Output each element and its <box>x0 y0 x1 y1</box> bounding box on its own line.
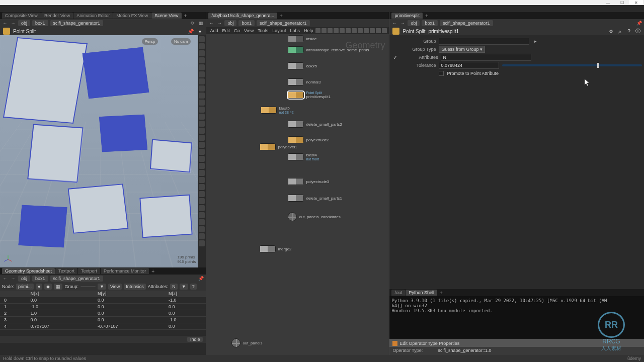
maximize-button[interactable]: ☐ <box>615 0 629 5</box>
points-mode-icon[interactable]: ● <box>36 284 42 290</box>
op-props-header[interactable]: Edit Operator Type Properties <box>389 340 644 347</box>
viewport-tool-23[interactable] <box>199 198 205 204</box>
viewport-tool-21[interactable] <box>199 184 205 190</box>
tolerance-slider[interactable] <box>502 64 642 66</box>
graph-node-color5[interactable]: color5 <box>288 62 317 69</box>
left-tab-2[interactable]: Animation Editor <box>73 13 113 19</box>
graph-node-blast5[interactable]: blast5not 38 42 <box>261 106 293 114</box>
graph-node-polybevel1[interactable]: polybevel1 <box>260 143 297 150</box>
back-icon[interactable]: ← <box>391 20 397 26</box>
path-seg-obj[interactable]: obj <box>18 20 30 26</box>
viewport-tool-1[interactable] <box>199 43 205 49</box>
cam-toggle[interactable]: No cam <box>171 38 191 45</box>
pp-box1[interactable]: box1 <box>422 20 438 26</box>
ss-header[interactable]: N[z] <box>165 291 206 297</box>
left-tab-4[interactable]: Scene View <box>151 13 181 19</box>
filter2-icon[interactable]: ▼ <box>180 284 188 290</box>
viewport-tool-20[interactable] <box>199 177 205 183</box>
tab-add-icon[interactable]: + <box>182 13 189 19</box>
network-toolbar-icon-7[interactable] <box>358 28 363 33</box>
ss-tab-0[interactable]: Geometry Spreadsheet <box>2 268 55 274</box>
path-seg-gen[interactable]: scifi_shape_generator1 <box>50 20 104 26</box>
promote-checkbox[interactable] <box>439 71 444 76</box>
viewport-tool-15[interactable] <box>199 142 205 148</box>
pin-icon[interactable]: 📌 <box>636 20 642 26</box>
back-icon[interactable]: ← <box>2 20 8 26</box>
viewport-tool-11[interactable] <box>199 114 205 120</box>
graph-node-delete_small_parts1[interactable]: delete_small_parts1 <box>288 195 342 202</box>
grouptype-dropdown[interactable]: Guess from Group ▾ <box>439 46 485 53</box>
reload-icon[interactable]: ⟳ <box>190 20 196 26</box>
search-icon[interactable]: ⌕ <box>617 28 623 34</box>
network-toolbar-icon-3[interactable] <box>334 28 339 33</box>
viewport-tool-22[interactable] <box>199 191 205 197</box>
viewport-tool-25[interactable] <box>199 212 205 218</box>
shell-tab-0[interactable]: /out <box>391 290 405 296</box>
net-path-obj[interactable]: obj <box>224 20 236 26</box>
table-row[interactable]: 00.00.0-1.0 <box>0 297 206 304</box>
ss-header[interactable]: N[x] <box>26 291 94 297</box>
graph-node-out_panels[interactable]: out_panels <box>231 338 262 347</box>
intrinsics-dropdown[interactable]: Intrinsics <box>124 284 146 290</box>
viewport-tool-10[interactable] <box>199 107 205 113</box>
table-row[interactable]: 40.707107-0.7071070.0 <box>0 323 206 330</box>
tolerance-input[interactable] <box>439 62 499 69</box>
viewport-tool-8[interactable] <box>199 93 205 99</box>
network-menu-edit[interactable]: Edit <box>220 28 231 33</box>
network-menu-add[interactable]: Add <box>208 28 219 33</box>
render-icon[interactable]: ▦ <box>198 20 204 26</box>
viewport-tool-12[interactable] <box>199 121 205 127</box>
attr-value[interactable]: N <box>170 284 178 290</box>
tab-add-icon[interactable]: + <box>149 268 156 274</box>
ss-header[interactable]: N[y] <box>94 291 165 297</box>
ss-tab-1[interactable]: Textport <box>55 268 77 274</box>
network-toolbar-icon-5[interactable] <box>346 28 351 33</box>
graph-node-merge2[interactable]: merge2 <box>260 245 291 252</box>
ss-path-gen[interactable]: scifi_shape_generator1 <box>50 276 104 282</box>
prims-mode-icon[interactable]: ▦ <box>54 284 62 290</box>
graph-node-polyextrude2[interactable]: polyextrude2 <box>288 136 329 143</box>
viewport-tool-5[interactable] <box>199 71 205 77</box>
graph-node-primitivesplit1[interactable]: Point Splitprimitivesplit1 <box>288 91 330 99</box>
network-graph[interactable]: Geometry insideattribwrangle_remove_some… <box>206 34 389 362</box>
viewport-tool-3[interactable] <box>199 57 205 63</box>
viewport-tool-19[interactable] <box>199 170 205 176</box>
tab-add-icon[interactable]: + <box>438 290 445 296</box>
viewport-tool-17[interactable] <box>199 156 205 162</box>
forward-icon[interactable]: → <box>10 20 16 26</box>
net-path-gen[interactable]: scifi_shape_generator1 <box>257 20 310 26</box>
viewport-tool-16[interactable] <box>199 149 205 155</box>
attributes-input[interactable] <box>441 54 531 61</box>
pin-icon[interactable]: 📌 <box>198 276 204 282</box>
ss-header[interactable] <box>0 291 26 297</box>
network-toolbar-icon-10[interactable] <box>376 28 381 33</box>
persp-toggle[interactable]: Persp <box>142 38 158 45</box>
graph-node-out_panels_candidates[interactable]: out_panels_candidates <box>288 212 340 221</box>
scene-viewport[interactable]: Persp No cam 199 prims 915 points <box>0 35 206 267</box>
tab-add-icon[interactable]: + <box>278 13 285 19</box>
ss-tab-3[interactable]: Performance Monitor <box>101 268 149 274</box>
viewport-tool-7[interactable] <box>199 85 205 92</box>
table-row[interactable]: 1-1.00.00.0 <box>0 304 206 310</box>
left-tab-3[interactable]: Motion FX View <box>113 13 151 19</box>
network-tab[interactable]: /obj/box1/scifi_shape_genera... <box>208 13 277 19</box>
info-icon[interactable]: ⓘ <box>635 28 641 34</box>
table-row[interactable]: 30.00.0-1.0 <box>0 317 206 323</box>
pin-icon[interactable]: 📌 <box>188 28 194 34</box>
forward-icon[interactable]: → <box>399 20 406 26</box>
viewport-tool-18[interactable] <box>199 163 205 169</box>
viewport-tool-13[interactable] <box>199 128 205 134</box>
node-name-field[interactable]: primitivesplit1 <box>428 29 459 34</box>
pp-gen[interactable]: scifi_shape_generator1 <box>440 20 493 26</box>
attr-toggle-check[interactable]: ✓ <box>391 54 398 61</box>
network-menu-layout[interactable]: Layout <box>271 28 287 33</box>
back-icon[interactable]: ← <box>208 20 214 26</box>
close-button[interactable]: ✕ <box>629 0 643 5</box>
viewport-tool-4[interactable] <box>199 64 205 70</box>
viewport-tool-9[interactable] <box>199 100 205 106</box>
filter-icon[interactable]: ▼ <box>98 284 106 290</box>
network-toolbar-icon-1[interactable] <box>321 28 327 33</box>
graph-node-inside[interactable]: inside <box>288 35 316 42</box>
graph-node-normal3[interactable]: normal3 <box>288 78 320 85</box>
network-toolbar-icon-11[interactable] <box>382 28 387 33</box>
